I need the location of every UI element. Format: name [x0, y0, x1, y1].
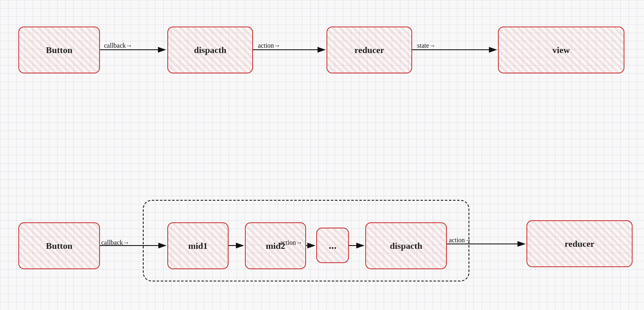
top-button-box: Button [18, 27, 100, 73]
bot-mid1-box: mid1 [167, 222, 229, 269]
top-callback-label: callback→ [104, 42, 132, 49]
top-button-label: Button [46, 45, 73, 55]
bot-dispatch-box: dispacth [365, 222, 447, 269]
bot-button-label: Button [46, 241, 73, 251]
bot-action2-label: action→ [449, 237, 471, 244]
top-reducer-label: reducer [355, 45, 384, 55]
top-view-box: view [498, 27, 624, 73]
top-view-label: view [553, 45, 570, 55]
bot-callback-label: callback→ [101, 239, 129, 246]
top-action1-label: action→ [258, 42, 280, 49]
bot-reducer-label: reducer [565, 239, 595, 249]
bot-dots-label: ... [329, 239, 337, 252]
top-state-label: state→ [417, 42, 435, 49]
bot-dispatch-label: dispacth [390, 241, 422, 251]
bot-reducer-box: reducer [526, 220, 633, 267]
bot-button-box: Button [18, 222, 100, 269]
bot-mid1-label: mid1 [188, 241, 208, 251]
top-dispatch-box: dispacth [167, 27, 253, 73]
bot-action-mid-label: action→ [280, 239, 302, 246]
top-reducer-box: reducer [326, 27, 412, 73]
diagram-container: Button dispacth reducer view callback→ a… [0, 0, 644, 310]
top-dispatch-label: dispacth [194, 45, 226, 55]
bot-dots-box: ... [316, 228, 349, 263]
